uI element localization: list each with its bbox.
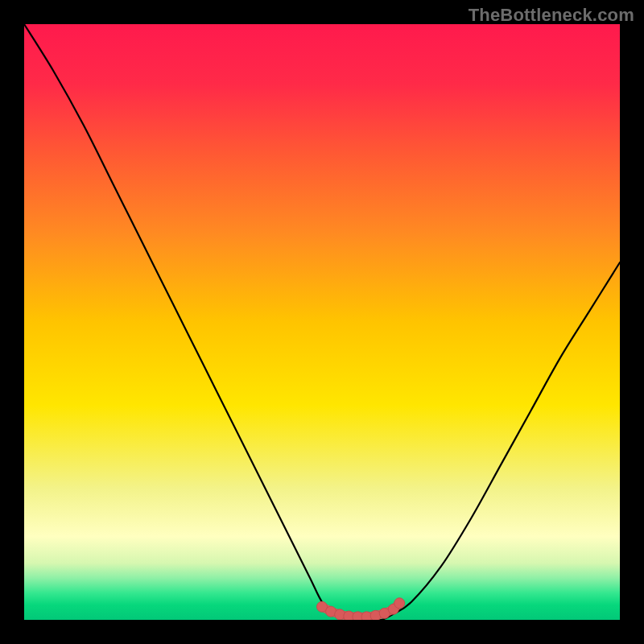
plot-area: [24, 24, 620, 620]
watermark-text: TheBottleneck.com: [469, 5, 634, 26]
valley-marker: [394, 598, 405, 609]
gradient-background: [24, 24, 620, 620]
bottleneck-chart: [24, 24, 620, 620]
chart-frame: TheBottleneck.com: [0, 0, 644, 644]
